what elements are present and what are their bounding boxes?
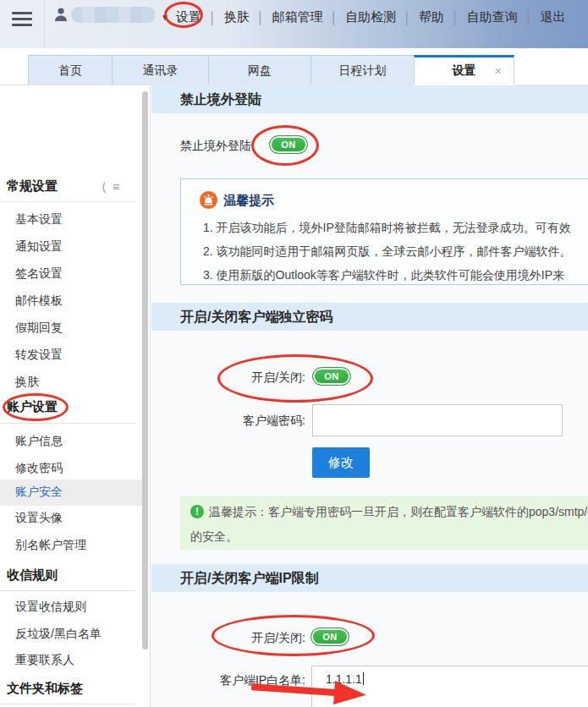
- client-password-field-label: 客户端密码:: [180, 414, 305, 429]
- topbar-divider: [44, 0, 45, 48]
- sidebar-section-receiving-rules: 收信规则: [7, 567, 58, 584]
- close-icon[interactable]: ×: [494, 58, 502, 84]
- forbid-foreign-login-label: 禁止境外登陆:: [180, 139, 255, 154]
- collapse-sidebar-icon[interactable]: ⟨ ≡: [102, 180, 122, 194]
- client-password-tip-box: ! 温馨提示：客户端专用密码一旦开启，则在配置客户端软件的pop3/smtp/i…: [180, 496, 588, 550]
- section-header-forbid-foreign-login: 禁止境外登陆: [151, 85, 588, 113]
- client-password-input[interactable]: [312, 404, 563, 436]
- menu-item-self-check[interactable]: 自助检测: [338, 9, 404, 25]
- ip-whitelist-label: 客户端IP白名单:: [180, 673, 305, 688]
- modify-button[interactable]: 修改: [312, 447, 370, 478]
- ip-whitelist-input[interactable]: 1.1.1.1: [311, 666, 588, 707]
- section-title: 禁止境外登陆: [151, 85, 588, 113]
- menu-item-mailbox-management[interactable]: 邮箱管理: [265, 9, 331, 25]
- tab-settings[interactable]: 设置 ×: [414, 55, 514, 85]
- forbid-foreign-login-toggle[interactable]: ON: [269, 135, 308, 154]
- client-ip-toggle[interactable]: ON: [310, 628, 349, 646]
- sidebar-item-alias-account-management[interactable]: 别名帐户管理: [15, 538, 86, 553]
- sidebar-section-folders-and-tags: 文件夹和标签: [7, 681, 83, 697]
- menu-separator: │: [257, 11, 265, 25]
- alert-circle-icon: !: [190, 505, 204, 518]
- divider: [0, 704, 135, 704]
- account-security-panel: 禁止境外登陆 禁止境外登陆: ON 温馨提示 1. 开启该功能后，境外IP登陆邮…: [151, 85, 588, 707]
- sidebar-item-set-receiving-rules[interactable]: 设置收信规则: [15, 600, 86, 615]
- sidebar-item-account-info[interactable]: 账户信息: [15, 434, 63, 449]
- tab-settings-label: 设置: [453, 63, 476, 77]
- tab-calendar[interactable]: 日程计划: [310, 55, 415, 85]
- warm-tips-bell-icon: [200, 191, 217, 212]
- sidebar-scrollbar-thumb[interactable]: [142, 91, 148, 649]
- divider: [0, 423, 135, 424]
- client-password-toggle[interactable]: ON: [312, 367, 351, 386]
- tab-netdisk[interactable]: 网盘: [208, 55, 311, 85]
- sidebar-item-signature-settings[interactable]: 签名设置: [15, 266, 63, 282]
- menu-separator: │: [209, 11, 217, 25]
- menu-item-skin[interactable]: 换肤: [217, 9, 257, 25]
- menu-separator: │: [404, 11, 411, 25]
- mail-settings-window: ▼ 设置│ 换肤│ 邮箱管理│ 自助检测│ 帮助│ 自助查询│ 退出 首页 通讯…: [0, 0, 588, 707]
- topbar-menu: 设置│ 换肤│ 邮箱管理│ 自助检测│ 帮助│ 自助查询│ 退出: [168, 9, 574, 25]
- menu-item-logout[interactable]: 退出: [533, 9, 574, 25]
- sidebar-item-avatar-settings[interactable]: 设置头像: [15, 511, 63, 526]
- sidebar-section-general-settings: 常规设置: [7, 178, 58, 195]
- text-cursor: [363, 672, 364, 685]
- ip-whitelist-value: 1.1.1.1: [326, 672, 362, 686]
- tab-bar: 首页 通讯录 网盘 日程计划 设置 ×: [0, 48, 588, 85]
- user-icon: [52, 6, 69, 26]
- settings-sidebar: 常规设置 ⟨ ≡ 基本设置 通知设置 签名设置 邮件模板 假期回复 转发设置 换…: [0, 85, 151, 707]
- section-title: 开启/关闭客户端独立密码: [151, 303, 588, 331]
- warm-tip-2: 2. 该功能同时适用于邮箱网页版，全球云邮小程序，邮件客户端软件。: [203, 244, 572, 260]
- user-account-name-blurred[interactable]: [71, 7, 156, 23]
- sidebar-item-forwarding-settings[interactable]: 转发设置: [15, 348, 63, 363]
- section-header-client-ip-limit: 开启/关闭客户端IP限制: [151, 564, 588, 592]
- sidebar-section-account-settings: 账户设置: [7, 399, 58, 415]
- sidebar-item-basic-settings[interactable]: 基本设置: [15, 212, 63, 227]
- tab-home[interactable]: 首页: [28, 55, 113, 85]
- warm-tips-box: 温馨提示 1. 开启该功能后，境外IP登陆邮箱时将被拦截，无法登录成功。可有效 …: [180, 178, 588, 285]
- sidebar-item-vacation-reply[interactable]: 假期回复: [15, 321, 63, 336]
- tab-contacts[interactable]: 通讯录: [112, 55, 209, 85]
- sidebar-item-skin[interactable]: 换肤: [15, 375, 39, 390]
- menu-item-help[interactable]: 帮助: [411, 9, 452, 25]
- sidebar-item-antispam-blacklist-whitelist[interactable]: 反垃圾/黑白名单: [15, 627, 102, 642]
- menu-separator: │: [525, 11, 533, 25]
- menu-item-self-query[interactable]: 自助查询: [459, 9, 525, 25]
- sidebar-item-notification-settings[interactable]: 通知设置: [15, 239, 63, 255]
- topbar: ▼ 设置│ 换肤│ 邮箱管理│ 自助检测│ 帮助│ 自助查询│ 退出: [0, 0, 588, 48]
- warm-tip-3: 3. 使用新版的Outlook等客户端软件时，此类软件可能会使用境外IP来: [203, 268, 564, 283]
- menu-item-settings[interactable]: 设置: [168, 9, 209, 25]
- sidebar-item-account-security[interactable]: 账户安全: [15, 485, 63, 500]
- divider: [0, 590, 135, 591]
- menu-separator: │: [331, 11, 338, 25]
- hamburger-menu-icon[interactable]: [12, 12, 32, 26]
- sidebar-item-change-password[interactable]: 修改密码: [15, 461, 63, 476]
- section-header-client-password: 开启/关闭客户端独立密码: [151, 303, 588, 331]
- client-password-tip-line2: 的安全。: [190, 529, 238, 545]
- section-title: 开启/关闭客户端IP限制: [151, 564, 588, 592]
- client-password-toggle-label: 开启/关闭:: [180, 370, 305, 386]
- client-password-tip-line1: 温馨提示：客户端专用密码一旦开启，则在配置客户端软件的pop3/smtp/ima…: [209, 505, 588, 520]
- warm-tip-1: 1. 开启该功能后，境外IP登陆邮箱时将被拦截，无法登录成功。可有效: [203, 221, 571, 236]
- divider: [0, 201, 135, 202]
- client-ip-toggle-label: 开启/关闭:: [180, 631, 305, 646]
- warm-tips-title: 温馨提示: [223, 193, 274, 209]
- sidebar-item-important-contacts[interactable]: 重要联系人: [15, 653, 74, 668]
- sidebar-item-mail-templates[interactable]: 邮件模板: [15, 293, 63, 309]
- menu-separator: │: [452, 11, 459, 25]
